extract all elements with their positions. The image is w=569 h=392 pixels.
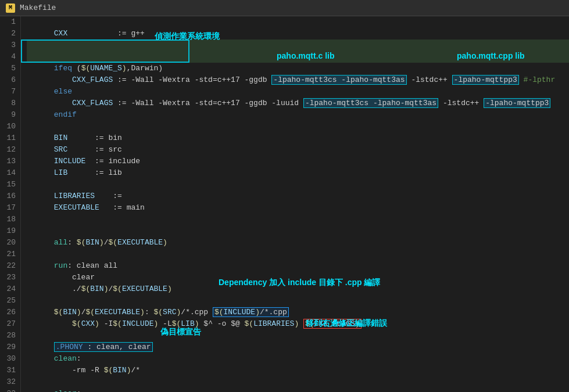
code-line-1: CXX := g++ — [27, 16, 569, 28]
code-line-3: UNAME_S := $(shell uname -s) — [27, 39, 569, 51]
code-line-13: LIB := lib — [27, 156, 569, 167]
code-line-16: EXECUTABLE := main — [27, 190, 569, 202]
code-line-9 — [27, 109, 569, 121]
code-line-30: -rm -R $(BIN)/* — [27, 353, 569, 365]
code-line-27 — [27, 318, 569, 330]
code-line-26: $(CXX) -I$(INCLUDE) -L$(LIB) $^ -o $@ $(… — [27, 307, 569, 318]
code-line-12: INCLUDE := include — [27, 144, 569, 156]
editor: 12345 678910 1112131415 1617181920 21222… — [0, 16, 569, 392]
code-line-32: clear: — [27, 376, 569, 388]
code-line-6: else — [27, 74, 569, 86]
code-area[interactable]: CXX := g++ UNAME_S := $(shell uname -s) … — [21, 16, 569, 392]
code-line-22: clear — [27, 260, 569, 272]
code-line-15: LIBRARIES := — [27, 179, 569, 190]
code-line-21: run: clean all — [27, 249, 569, 260]
code-line-33: -rm -R $(BIN)/* — [27, 388, 569, 392]
code-line-11: SRC := src — [27, 132, 569, 144]
code-line-24 — [27, 283, 569, 295]
code-line-20 — [27, 237, 569, 249]
line-numbers: 12345 678910 1112131415 1617181920 21222… — [0, 16, 21, 392]
code-line-4: ifeq ($(UNAME_S),Darwin) — [27, 51, 569, 63]
code-line-31 — [27, 365, 569, 376]
code-line-5: CXX_FLAGS := -Wall -Wextra -std=c++17 -g… — [27, 63, 569, 74]
file-title: Makefile — [20, 3, 56, 12]
code-line-18 — [27, 214, 569, 225]
code-line-14 — [27, 167, 569, 179]
code-line-7: CXX_FLAGS := -Wall -Wextra -std=c++17 -g… — [27, 86, 569, 98]
code-line-2 — [27, 28, 569, 39]
code-line-17 — [27, 202, 569, 214]
code-line-28: .PHONY : clean, clear — [27, 330, 569, 341]
code-line-25: $(BIN)/$(EXECUTABLE): $(SRC)/*.cpp $(INC… — [27, 295, 569, 307]
code-line-10: BIN := bin — [27, 121, 569, 132]
code-line-8: endif — [27, 98, 569, 109]
app-icon: M — [6, 3, 15, 13]
code-line-23: ./$(BIN)/$(EXECUTABLE) — [27, 272, 569, 283]
code-line-19: all: $(BIN)/$(EXECUTABLE) — [27, 225, 569, 237]
code-line-29: clean: — [27, 341, 569, 353]
title-bar: M Makefile — [0, 0, 569, 16]
